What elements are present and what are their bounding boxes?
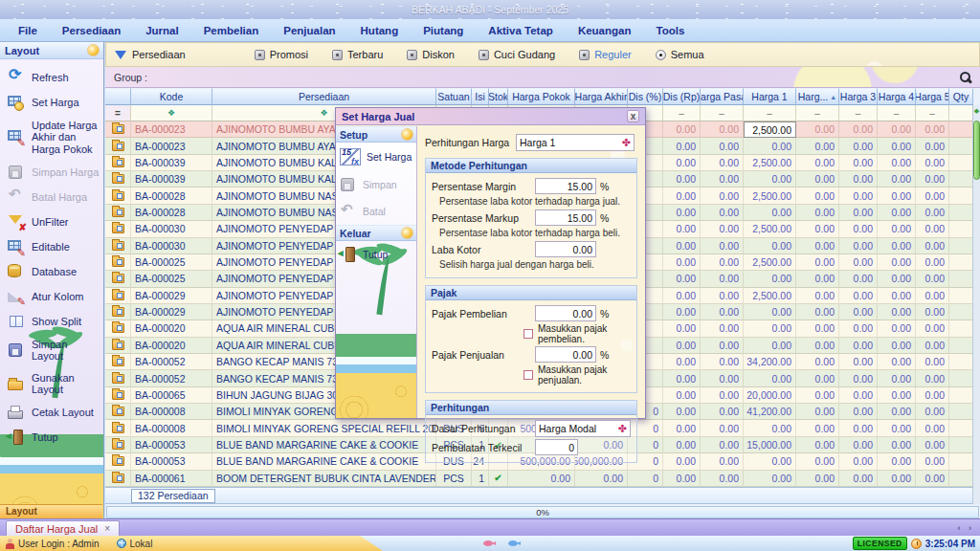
cell-dis-rp[interactable]: 0.00 xyxy=(663,171,701,187)
cell-harga-2[interactable]: 0.00 xyxy=(796,420,839,436)
cell-harga-4[interactable]: 0.00 xyxy=(878,404,916,420)
cell-kode[interactable]: BA-000028 xyxy=(131,187,212,204)
cell-harga-2[interactable]: 0.00 xyxy=(796,404,839,420)
cell-harga-pasar[interactable]: 0.00 xyxy=(701,354,744,370)
cell-kode[interactable]: BA-000025 xyxy=(131,271,212,287)
cell-kode[interactable]: BA-000025 xyxy=(131,254,212,271)
cell-harga-4[interactable]: 0.00 xyxy=(878,155,916,171)
cell-row-icon[interactable] xyxy=(105,271,131,287)
cell-kode[interactable]: BA-000020 xyxy=(131,338,212,354)
menu-pembelian[interactable]: Pembelian xyxy=(191,22,272,39)
cell-harga-3[interactable]: 0.00 xyxy=(839,288,878,304)
column-header-dis-pct[interactable]: Dis (%) xyxy=(628,88,663,105)
column-header-row-icon[interactable] xyxy=(105,88,131,105)
folder-icon[interactable] xyxy=(112,407,124,416)
cell-dis-rp[interactable]: 0.00 xyxy=(663,453,701,470)
cell-dis-rp[interactable]: 0.00 xyxy=(663,420,701,436)
column-filter-icon[interactable]: ❖ xyxy=(167,108,175,118)
column-header-harga-2[interactable]: Harg...▲ xyxy=(796,88,839,105)
cell-row-icon[interactable] xyxy=(105,338,131,354)
cell-harga-2[interactable]: 0.00 xyxy=(796,155,839,171)
column-header-qty[interactable]: Qty xyxy=(949,88,973,105)
radio-icon[interactable] xyxy=(332,50,343,60)
cell-harga-2[interactable]: 0.00 xyxy=(796,370,839,386)
cell-harga-1[interactable]: 0.00 xyxy=(744,370,796,386)
cell-qty[interactable] xyxy=(949,304,973,320)
cell-kode[interactable]: BA-000039 xyxy=(131,171,212,187)
cell-harga-1[interactable]: 0.00 xyxy=(744,304,796,320)
cell-qty[interactable] xyxy=(949,404,973,420)
cell-harga-2[interactable]: 0.00 xyxy=(796,304,839,320)
cell-row-icon[interactable] xyxy=(105,453,131,470)
cell-harga-5[interactable]: 0.00 xyxy=(916,205,949,221)
filter-option-cuci-gudang[interactable]: Cuci Gudang xyxy=(479,49,555,60)
cell-harga-3[interactable]: 0.00 xyxy=(839,171,878,187)
sidebar-item-gunakan-layout[interactable]: Gunakan Layout xyxy=(6,367,102,401)
cell-harga-pasar[interactable]: 0.00 xyxy=(701,221,744,237)
cell-qty[interactable] xyxy=(949,453,973,470)
folder-icon[interactable] xyxy=(112,390,124,400)
cell-harga-1[interactable]: 0.00 xyxy=(744,338,796,354)
cell-kode[interactable]: BA-000020 xyxy=(131,320,212,337)
dialog-item-tutup[interactable]: Tutup xyxy=(336,241,416,268)
checkbox-icon[interactable] xyxy=(523,370,533,380)
dialog-item-set-harga[interactable]: Set Harga xyxy=(336,143,416,171)
radio-icon[interactable] xyxy=(407,50,417,60)
cell-harga-pasar[interactable]: 0.00 xyxy=(701,404,744,420)
sidebar-item-database[interactable]: Database xyxy=(6,259,102,284)
cell-kode[interactable]: BA-000052 xyxy=(131,354,212,370)
cell-qty[interactable] xyxy=(949,171,973,187)
sidebar-item-cetak-layout[interactable]: Cetak Layout xyxy=(6,400,102,425)
filter-cell-qty[interactable] xyxy=(949,105,973,121)
cell-dis-rp[interactable]: 0.00 xyxy=(663,437,701,453)
cell-harga-4[interactable]: 0.00 xyxy=(878,437,916,453)
cell-harga-3[interactable]: 0.00 xyxy=(839,437,878,453)
sidebar-footer[interactable]: Layout xyxy=(0,504,102,518)
column-header-kode[interactable]: Kode xyxy=(131,88,212,105)
cell-qty[interactable] xyxy=(949,271,973,287)
column-header-harga-4[interactable]: Harga 4 xyxy=(878,88,916,105)
sidebar-item-set-harga[interactable]: Set Harga xyxy=(6,90,102,115)
cell-row-icon[interactable] xyxy=(105,420,131,436)
cell-harga-3[interactable]: 0.00 xyxy=(839,205,878,221)
cell-dis-rp[interactable]: 0.00 xyxy=(663,187,701,204)
cell-harga-3[interactable]: 0.00 xyxy=(839,121,878,138)
cell-harga-3[interactable]: 0.00 xyxy=(839,420,878,436)
cell-row-icon[interactable] xyxy=(105,205,131,221)
folder-icon[interactable] xyxy=(112,224,124,233)
cell-harga-3[interactable]: 0.00 xyxy=(839,221,878,237)
cell-harga-pasar[interactable]: 0.00 xyxy=(701,471,744,487)
cell-harga-5[interactable]: 0.00 xyxy=(916,420,949,436)
cell-dis-rp[interactable]: 0.00 xyxy=(663,320,701,337)
cell-qty[interactable] xyxy=(949,320,973,337)
sidebar-item-unfilter[interactable]: UnFilter xyxy=(6,209,102,234)
radio-icon[interactable] xyxy=(479,50,489,60)
cell-harga-akhir[interactable]: 0.00 xyxy=(575,471,628,487)
cell-kode[interactable]: BA-000053 xyxy=(131,437,212,453)
cell-row-icon[interactable] xyxy=(105,121,131,138)
cell-qty[interactable] xyxy=(949,238,973,254)
cell-harga-1[interactable]: 0.00 xyxy=(744,138,796,154)
sidebar-item-editable[interactable]: Editable xyxy=(6,234,102,259)
cell-satuan[interactable]: PCS xyxy=(436,471,472,487)
tab-scroll-arrows[interactable]: ‹ › xyxy=(958,523,975,533)
dropdown-butterfly-icon[interactable]: ✤ xyxy=(622,137,631,149)
cell-dis-rp[interactable]: 0.00 xyxy=(663,338,701,354)
cell-harga-1[interactable]: 2,500.00 xyxy=(744,187,796,204)
cell-isi[interactable]: 1 xyxy=(472,471,489,487)
cell-qty[interactable] xyxy=(949,420,973,436)
cell-kode[interactable]: BA-000023 xyxy=(131,121,212,138)
scroll-up-icon[interactable]: ◆ xyxy=(973,105,980,117)
column-header-satuan[interactable]: Satuan xyxy=(436,88,472,105)
sidebar-item-update-harga-akhir-dan-harga-pokok[interactable]: Update Harga Akhir dan Harga Pokok xyxy=(6,115,102,160)
cell-harga-5[interactable]: 0.00 xyxy=(916,187,949,204)
folder-icon[interactable] xyxy=(112,142,124,151)
cell-harga-4[interactable]: 0.00 xyxy=(878,420,916,436)
cell-dis-rp[interactable]: 0.00 xyxy=(663,304,701,320)
cell-row-icon[interactable] xyxy=(105,320,131,337)
sidebar-item-batal-harga[interactable]: Batal Harga xyxy=(6,185,102,209)
cell-harga-pasar[interactable]: 0.00 xyxy=(701,387,744,404)
cell-harga-1[interactable]: 0.00 xyxy=(744,453,796,470)
cell-harga-2[interactable]: 0.00 xyxy=(796,320,839,337)
cell-stok[interactable]: ✔ xyxy=(489,471,508,487)
